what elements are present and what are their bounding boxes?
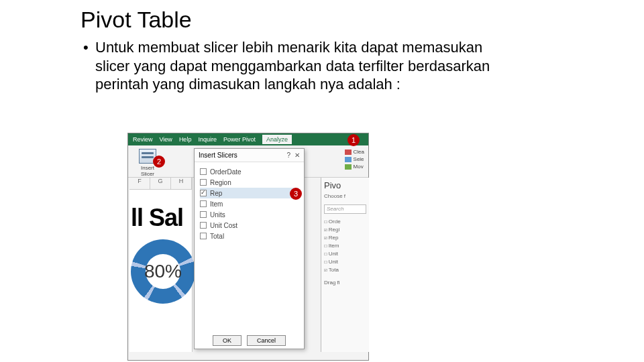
col-f[interactable]: F [129,178,150,189]
ribbon-tab-powerpivot[interactable]: Power Pivot [223,136,256,143]
field-label: Total [210,233,224,240]
checkbox-icon[interactable] [200,233,207,239]
pane-title: Pivo [324,180,366,190]
slicer-btn-label2: Slicer [141,171,154,177]
field-row[interactable]: Units [200,209,299,220]
pane-field-row[interactable]: ☐Unit [324,258,366,266]
pane-field-label: Orde [329,219,341,225]
step-badge-2: 2 [153,156,165,168]
checkbox-icon[interactable] [200,190,207,196]
field-label: Units [210,211,225,219]
col-h[interactable]: H [171,178,192,189]
pane-field-row[interactable]: ☐Unit [324,250,366,258]
insert-slicers-dialog: Insert Slicers ✕ OrderDateRegionRepItemU… [194,148,305,349]
ribbon-tab-view[interactable]: View [160,136,172,143]
step-badge-1: 1 [347,134,360,146]
pane-field-label: Unit [329,251,338,257]
column-headers: F G H [129,178,192,190]
pivot-fields-pane: Pivo Choose f Search ☐Orde☑Regi☑Rep☐Item… [321,178,369,352]
ribbon-tab-analyze[interactable]: Analyze [262,135,292,144]
col-g[interactable]: G [150,178,171,189]
ribbon-cmd-move[interactable]: Mov [345,163,364,170]
ribbon-tab-review[interactable]: Review [133,136,153,143]
pane-drag-label: Drag fi [324,280,366,286]
slide-body: Untuk membuat slicer lebih menarik kita … [80,38,510,94]
slicer-btn-label1: Insert [141,165,154,171]
field-row[interactable]: OrderDate [200,166,299,177]
ribbon-cmd-select[interactable]: Sele [345,156,364,163]
slicer-field-list: OrderDateRegionRepItemUnitsUnit CostTota… [195,162,304,245]
checkbox-icon[interactable] [200,168,207,175]
field-label: Item [210,200,223,208]
ribbon-tab-help[interactable]: Help [179,136,192,143]
ok-button[interactable]: OK [213,335,241,346]
field-label: OrderDate [210,168,241,176]
checkbox-icon[interactable] [200,200,207,207]
ribbon-tab-inquire[interactable]: Inquire [198,136,217,143]
donut-label: 80% [131,239,195,304]
checkbox-icon[interactable]: ☑ [324,267,327,273]
checkbox-icon[interactable]: ☐ [324,243,327,249]
ribbon-right-group: Clea Sele Mov [345,148,364,171]
field-row[interactable]: Item [200,198,299,209]
ribbon-cmd-clear[interactable]: Clea [345,148,364,156]
pane-search-input[interactable]: Search [324,204,366,214]
field-label: Region [210,179,231,186]
dialog-close-icon[interactable]: ✕ [286,152,300,159]
donut-chart-icon: 80% [131,239,195,304]
dialog-title-text: Insert Slicers [199,152,237,159]
ribbon-tabs: Review View Help Inquire Power Pivot Ana… [128,133,368,145]
checkbox-icon[interactable]: ☑ [324,227,327,233]
pane-field-label: Rep [329,235,339,241]
pane-subtitle: Choose f [324,193,366,199]
checkbox-icon[interactable]: ☐ [324,259,327,265]
checkbox-icon[interactable] [200,222,207,229]
pane-field-label: Item [329,243,339,249]
checkbox-icon[interactable]: ☐ [324,251,327,257]
field-label: Rep [210,190,222,197]
field-row[interactable]: Region [200,177,299,188]
pane-field-label: Regi [329,227,339,233]
checkbox-icon[interactable] [200,179,207,186]
worksheet-bg: F G H ll Sal 80% [129,178,193,352]
slide-title: Pivot Table [80,7,644,33]
pane-field-label: Unit [329,259,338,265]
checkbox-icon[interactable] [200,211,207,218]
field-row[interactable]: Unit Cost [200,220,299,231]
step-badge-3: 3 [290,188,302,200]
checkbox-icon[interactable]: ☑ [324,235,327,241]
pane-field-row[interactable]: ☑Rep [324,234,366,242]
pane-field-list: ☐Orde☑Regi☑Rep☐Item☐Unit☐Unit☑Tota [324,218,366,274]
excel-screenshot: Review View Help Inquire Power Pivot Ana… [127,133,369,361]
field-row[interactable]: Total [200,231,299,241]
pane-field-row[interactable]: ☑Regi [324,226,366,234]
pane-field-label: Tota [329,267,339,273]
field-row[interactable]: Rep [200,188,299,198]
field-label: Unit Cost [210,222,237,229]
cancel-button[interactable]: Cancel [247,335,286,346]
title-fragment: ll Sal [131,206,192,230]
checkbox-icon[interactable]: ☐ [324,219,327,225]
pane-field-row[interactable]: ☑Tota [324,266,366,274]
pane-field-row[interactable]: ☐Orde [324,218,366,226]
pane-field-row[interactable]: ☐Item [324,242,366,250]
